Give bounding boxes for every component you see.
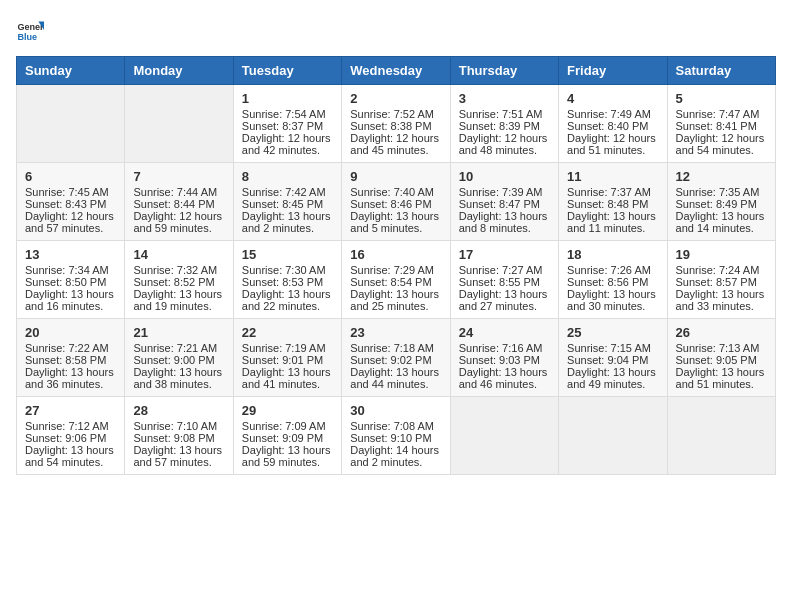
sunrise-text: Sunrise: 7:24 AM bbox=[676, 264, 767, 276]
sunset-text: Sunset: 8:48 PM bbox=[567, 198, 658, 210]
calendar-week-row: 1Sunrise: 7:54 AMSunset: 8:37 PMDaylight… bbox=[17, 85, 776, 163]
sunset-text: Sunset: 9:08 PM bbox=[133, 432, 224, 444]
day-number: 13 bbox=[25, 247, 116, 262]
daylight-text: Daylight: 12 hours and 54 minutes. bbox=[676, 132, 767, 156]
calendar-cell: 17Sunrise: 7:27 AMSunset: 8:55 PMDayligh… bbox=[450, 241, 558, 319]
day-number: 1 bbox=[242, 91, 333, 106]
daylight-text: Daylight: 13 hours and 46 minutes. bbox=[459, 366, 550, 390]
calendar-cell: 4Sunrise: 7:49 AMSunset: 8:40 PMDaylight… bbox=[559, 85, 667, 163]
daylight-text: Daylight: 13 hours and 14 minutes. bbox=[676, 210, 767, 234]
weekday-header-sunday: Sunday bbox=[17, 57, 125, 85]
sunset-text: Sunset: 8:56 PM bbox=[567, 276, 658, 288]
calendar-cell: 1Sunrise: 7:54 AMSunset: 8:37 PMDaylight… bbox=[233, 85, 341, 163]
sunrise-text: Sunrise: 7:34 AM bbox=[25, 264, 116, 276]
weekday-header-thursday: Thursday bbox=[450, 57, 558, 85]
svg-text:Blue: Blue bbox=[17, 32, 37, 42]
calendar-cell: 7Sunrise: 7:44 AMSunset: 8:44 PMDaylight… bbox=[125, 163, 233, 241]
weekday-header-row: SundayMondayTuesdayWednesdayThursdayFrid… bbox=[17, 57, 776, 85]
day-number: 6 bbox=[25, 169, 116, 184]
daylight-text: Daylight: 13 hours and 51 minutes. bbox=[676, 366, 767, 390]
sunrise-text: Sunrise: 7:08 AM bbox=[350, 420, 441, 432]
generalblue-logo-icon: General Blue bbox=[16, 16, 44, 44]
sunset-text: Sunset: 8:45 PM bbox=[242, 198, 333, 210]
calendar-cell: 6Sunrise: 7:45 AMSunset: 8:43 PMDaylight… bbox=[17, 163, 125, 241]
sunrise-text: Sunrise: 7:12 AM bbox=[25, 420, 116, 432]
calendar-cell: 16Sunrise: 7:29 AMSunset: 8:54 PMDayligh… bbox=[342, 241, 450, 319]
logo: General Blue bbox=[16, 16, 44, 44]
weekday-header-wednesday: Wednesday bbox=[342, 57, 450, 85]
day-number: 15 bbox=[242, 247, 333, 262]
sunrise-text: Sunrise: 7:52 AM bbox=[350, 108, 441, 120]
daylight-text: Daylight: 13 hours and 59 minutes. bbox=[242, 444, 333, 468]
calendar-cell: 18Sunrise: 7:26 AMSunset: 8:56 PMDayligh… bbox=[559, 241, 667, 319]
sunrise-text: Sunrise: 7:47 AM bbox=[676, 108, 767, 120]
daylight-text: Daylight: 13 hours and 8 minutes. bbox=[459, 210, 550, 234]
calendar-cell: 13Sunrise: 7:34 AMSunset: 8:50 PMDayligh… bbox=[17, 241, 125, 319]
daylight-text: Daylight: 13 hours and 25 minutes. bbox=[350, 288, 441, 312]
daylight-text: Daylight: 12 hours and 51 minutes. bbox=[567, 132, 658, 156]
daylight-text: Daylight: 12 hours and 45 minutes. bbox=[350, 132, 441, 156]
sunrise-text: Sunrise: 7:29 AM bbox=[350, 264, 441, 276]
sunset-text: Sunset: 9:03 PM bbox=[459, 354, 550, 366]
calendar-cell: 5Sunrise: 7:47 AMSunset: 8:41 PMDaylight… bbox=[667, 85, 775, 163]
sunset-text: Sunset: 8:53 PM bbox=[242, 276, 333, 288]
calendar-cell: 9Sunrise: 7:40 AMSunset: 8:46 PMDaylight… bbox=[342, 163, 450, 241]
calendar-cell bbox=[667, 397, 775, 475]
daylight-text: Daylight: 13 hours and 33 minutes. bbox=[676, 288, 767, 312]
day-number: 8 bbox=[242, 169, 333, 184]
calendar-cell: 27Sunrise: 7:12 AMSunset: 9:06 PMDayligh… bbox=[17, 397, 125, 475]
daylight-text: Daylight: 12 hours and 57 minutes. bbox=[25, 210, 116, 234]
sunrise-text: Sunrise: 7:44 AM bbox=[133, 186, 224, 198]
sunset-text: Sunset: 9:05 PM bbox=[676, 354, 767, 366]
sunset-text: Sunset: 8:46 PM bbox=[350, 198, 441, 210]
calendar-cell: 22Sunrise: 7:19 AMSunset: 9:01 PMDayligh… bbox=[233, 319, 341, 397]
sunset-text: Sunset: 8:57 PM bbox=[676, 276, 767, 288]
day-number: 24 bbox=[459, 325, 550, 340]
day-number: 14 bbox=[133, 247, 224, 262]
calendar-cell: 14Sunrise: 7:32 AMSunset: 8:52 PMDayligh… bbox=[125, 241, 233, 319]
calendar-cell: 26Sunrise: 7:13 AMSunset: 9:05 PMDayligh… bbox=[667, 319, 775, 397]
day-number: 4 bbox=[567, 91, 658, 106]
sunset-text: Sunset: 9:10 PM bbox=[350, 432, 441, 444]
day-number: 19 bbox=[676, 247, 767, 262]
day-number: 12 bbox=[676, 169, 767, 184]
daylight-text: Daylight: 13 hours and 38 minutes. bbox=[133, 366, 224, 390]
sunset-text: Sunset: 8:47 PM bbox=[459, 198, 550, 210]
sunrise-text: Sunrise: 7:10 AM bbox=[133, 420, 224, 432]
weekday-header-tuesday: Tuesday bbox=[233, 57, 341, 85]
calendar-cell: 29Sunrise: 7:09 AMSunset: 9:09 PMDayligh… bbox=[233, 397, 341, 475]
day-number: 22 bbox=[242, 325, 333, 340]
sunrise-text: Sunrise: 7:40 AM bbox=[350, 186, 441, 198]
daylight-text: Daylight: 14 hours and 2 minutes. bbox=[350, 444, 441, 468]
calendar-cell: 19Sunrise: 7:24 AMSunset: 8:57 PMDayligh… bbox=[667, 241, 775, 319]
sunrise-text: Sunrise: 7:13 AM bbox=[676, 342, 767, 354]
sunrise-text: Sunrise: 7:16 AM bbox=[459, 342, 550, 354]
calendar-week-row: 27Sunrise: 7:12 AMSunset: 9:06 PMDayligh… bbox=[17, 397, 776, 475]
day-number: 25 bbox=[567, 325, 658, 340]
calendar-cell bbox=[125, 85, 233, 163]
daylight-text: Daylight: 13 hours and 19 minutes. bbox=[133, 288, 224, 312]
calendar-cell: 10Sunrise: 7:39 AMSunset: 8:47 PMDayligh… bbox=[450, 163, 558, 241]
sunrise-text: Sunrise: 7:51 AM bbox=[459, 108, 550, 120]
weekday-header-friday: Friday bbox=[559, 57, 667, 85]
daylight-text: Daylight: 13 hours and 57 minutes. bbox=[133, 444, 224, 468]
daylight-text: Daylight: 12 hours and 59 minutes. bbox=[133, 210, 224, 234]
sunrise-text: Sunrise: 7:26 AM bbox=[567, 264, 658, 276]
calendar-cell: 23Sunrise: 7:18 AMSunset: 9:02 PMDayligh… bbox=[342, 319, 450, 397]
sunset-text: Sunset: 8:50 PM bbox=[25, 276, 116, 288]
sunrise-text: Sunrise: 7:27 AM bbox=[459, 264, 550, 276]
calendar-cell: 28Sunrise: 7:10 AMSunset: 9:08 PMDayligh… bbox=[125, 397, 233, 475]
daylight-text: Daylight: 13 hours and 16 minutes. bbox=[25, 288, 116, 312]
calendar-week-row: 20Sunrise: 7:22 AMSunset: 8:58 PMDayligh… bbox=[17, 319, 776, 397]
sunset-text: Sunset: 8:55 PM bbox=[459, 276, 550, 288]
sunrise-text: Sunrise: 7:18 AM bbox=[350, 342, 441, 354]
day-number: 21 bbox=[133, 325, 224, 340]
daylight-text: Daylight: 13 hours and 11 minutes. bbox=[567, 210, 658, 234]
calendar-cell: 25Sunrise: 7:15 AMSunset: 9:04 PMDayligh… bbox=[559, 319, 667, 397]
day-number: 23 bbox=[350, 325, 441, 340]
calendar-cell: 24Sunrise: 7:16 AMSunset: 9:03 PMDayligh… bbox=[450, 319, 558, 397]
sunset-text: Sunset: 8:52 PM bbox=[133, 276, 224, 288]
daylight-text: Daylight: 12 hours and 42 minutes. bbox=[242, 132, 333, 156]
calendar-cell bbox=[450, 397, 558, 475]
sunrise-text: Sunrise: 7:37 AM bbox=[567, 186, 658, 198]
